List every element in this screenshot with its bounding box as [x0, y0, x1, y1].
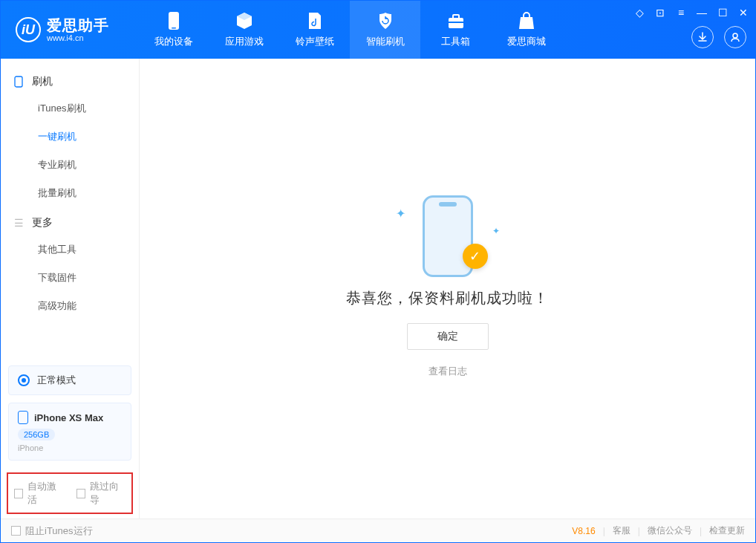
sidebar-item-advanced[interactable]: 高级功能 [1, 292, 139, 320]
svg-rect-3 [453, 15, 459, 19]
user-button[interactable] [724, 26, 746, 48]
mode-dot-icon [18, 374, 30, 386]
window-controls: ◇ ⊡ ≡ ― ☐ ✕ [632, 5, 751, 20]
tab-label: 我的设备 [154, 35, 193, 48]
device-name: iPhone XS Max [34, 412, 103, 423]
svg-rect-1 [172, 27, 176, 29]
sidebar-group-more[interactable]: ☰ 更多 [1, 207, 139, 235]
content-panel: ✦ ✓ ✦ 恭喜您，保资料刷机成功啦！ 确定 查看日志 [140, 59, 755, 518]
app-title: 爱思助手 [47, 17, 109, 33]
menu-icon[interactable]: ≡ [674, 5, 688, 20]
shopping-bag-icon [517, 11, 536, 30]
sparkle-icon: ✦ [396, 207, 405, 221]
checkbox-box-icon [76, 489, 85, 498]
tab-label: 铃声壁纸 [296, 35, 334, 48]
phone-icon [164, 11, 183, 30]
phone-illustration-icon [423, 195, 473, 277]
maximize-button[interactable]: ☐ [715, 5, 730, 20]
tab-my-device[interactable]: 我的设备 [138, 1, 209, 59]
mode-label: 正常模式 [37, 374, 76, 387]
highlighted-options: 自动激活 跳过向导 [7, 472, 133, 514]
sidebar-tree: 刷机 iTunes刷机 一键刷机 专业刷机 批量刷机 ☰ 更多 其他工具 下载固… [1, 59, 139, 358]
sparkle-icon: ✦ [492, 226, 500, 236]
shield-refresh-icon [376, 11, 395, 30]
download-button[interactable] [691, 26, 714, 48]
sidebar-item-other-tools[interactable]: 其他工具 [1, 235, 139, 264]
checkbox-block-itunes[interactable]: 阻止iTunes运行 [11, 524, 93, 538]
view-log-link[interactable]: 查看日志 [428, 365, 467, 378]
svg-rect-0 [169, 12, 179, 30]
logo-icon: iU [16, 17, 41, 42]
checkbox-box-icon [11, 526, 21, 536]
svg-rect-4 [449, 22, 463, 23]
sidebar-item-batch-flash[interactable]: 批量刷机 [1, 179, 139, 207]
tab-apps-games[interactable]: 应用游戏 [209, 1, 279, 59]
sidebar-item-itunes-flash[interactable]: iTunes刷机 [1, 94, 139, 123]
feedback-icon[interactable]: ⊡ [653, 5, 668, 20]
device-type: iPhone [18, 443, 122, 452]
logo: iU 爱思助手 www.i4.cn [1, 17, 138, 42]
skin-icon[interactable]: ◇ [632, 5, 647, 20]
close-button[interactable]: ✕ [736, 5, 751, 20]
svg-rect-6 [15, 77, 22, 87]
checkbox-label: 阻止iTunes运行 [25, 524, 93, 538]
sidebar-bottom: 正常模式 iPhone XS Max 256GB iPhone [1, 358, 139, 468]
statusbar: 阻止iTunes运行 V8.16 | 客服 | 微信公众号 | 检查更新 [1, 518, 755, 542]
sidebar-item-pro-flash[interactable]: 专业刷机 [1, 151, 139, 179]
mode-card[interactable]: 正常模式 [8, 365, 131, 395]
status-link-wechat[interactable]: 微信公众号 [648, 524, 692, 537]
tab-label: 应用游戏 [225, 35, 264, 48]
version-label: V8.16 [572, 526, 595, 536]
phone-outline-icon [14, 76, 25, 88]
tab-label: 智能刷机 [366, 35, 405, 48]
device-capacity: 256GB [18, 429, 55, 440]
checkbox-label: 跳过向导 [90, 480, 126, 507]
success-message: 恭喜您，保资料刷机成功啦！ [346, 288, 549, 308]
app-subtitle: www.i4.cn [47, 33, 109, 42]
checkbox-auto-activate[interactable]: 自动激活 [14, 480, 63, 507]
titlebar-right-buttons [691, 26, 746, 48]
sidebar-item-download-firmware[interactable]: 下载固件 [1, 264, 139, 292]
tab-ringtones-wallpapers[interactable]: 铃声壁纸 [279, 1, 350, 59]
success-block: ✦ ✓ ✦ 恭喜您，保资料刷机成功啦！ 确定 查看日志 [140, 59, 755, 518]
ok-button[interactable]: 确定 [407, 323, 489, 350]
music-file-icon [305, 11, 325, 30]
cube-icon [235, 11, 254, 30]
titlebar: iU 爱思助手 www.i4.cn 我的设备 应用游戏 铃声壁纸 智能刷机 [1, 1, 755, 59]
top-tabs: 我的设备 应用游戏 铃声壁纸 智能刷机 工具箱 爱思商城 [138, 1, 561, 59]
status-link-support[interactable]: 客服 [613, 524, 630, 537]
tab-store[interactable]: 爱思商城 [491, 1, 561, 59]
device-card[interactable]: iPhone XS Max 256GB iPhone [8, 403, 131, 461]
checkbox-skip-guide[interactable]: 跳过向导 [76, 480, 126, 507]
sidebar: 刷机 iTunes刷机 一键刷机 专业刷机 批量刷机 ☰ 更多 其他工具 下载固… [1, 59, 140, 518]
tab-label: 爱思商城 [507, 35, 546, 48]
tab-label: 工具箱 [441, 35, 470, 48]
device-phone-icon [18, 411, 28, 424]
minimize-button[interactable]: ― [694, 5, 709, 20]
group-title: 刷机 [32, 75, 53, 88]
status-link-update[interactable]: 检查更新 [709, 524, 745, 537]
svg-point-5 [733, 33, 737, 38]
toolbox-icon [446, 11, 466, 30]
menu-lines-icon: ☰ [14, 217, 25, 229]
tab-toolbox[interactable]: 工具箱 [420, 1, 491, 59]
checkbox-label: 自动激活 [27, 480, 63, 507]
group-title: 更多 [32, 216, 53, 230]
sidebar-item-oneclick-flash[interactable]: 一键刷机 [1, 123, 139, 151]
sidebar-group-flash[interactable]: 刷机 [1, 66, 139, 94]
app-window: iU 爱思助手 www.i4.cn 我的设备 应用游戏 铃声壁纸 智能刷机 [0, 0, 756, 543]
checkmark-badge-icon: ✓ [463, 244, 488, 269]
main-area: 刷机 iTunes刷机 一键刷机 专业刷机 批量刷机 ☰ 更多 其他工具 下载固… [1, 59, 755, 518]
checkbox-box-icon [14, 489, 23, 498]
tab-smart-flash[interactable]: 智能刷机 [350, 1, 420, 59]
success-illustration: ✦ ✓ ✦ [403, 199, 492, 273]
